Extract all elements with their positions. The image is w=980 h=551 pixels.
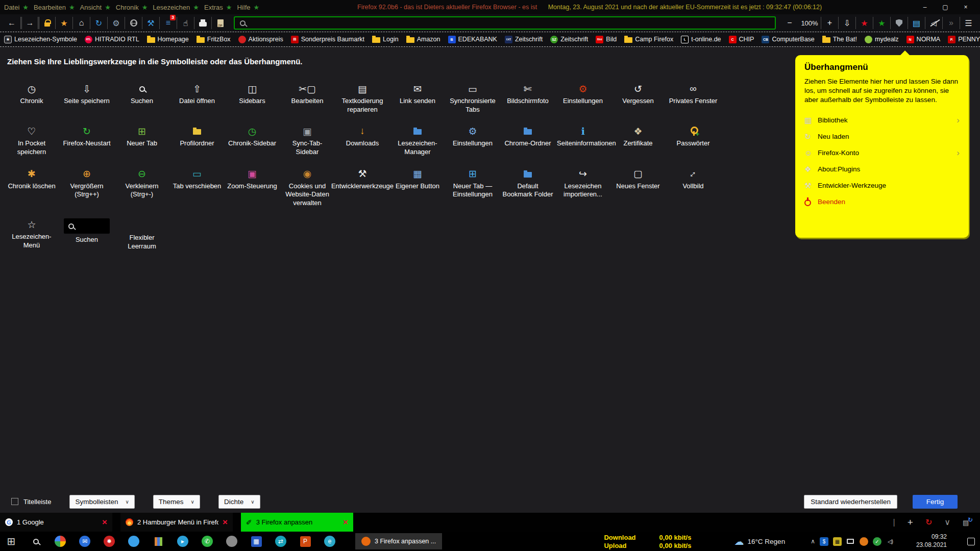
tab-close-icon[interactable]: × [223,517,228,528]
customize-item[interactable]: ✄Bildschirmfoto [500,82,555,114]
search-input[interactable] [234,16,776,30]
customize-item[interactable]: +Passwörter [666,124,721,156]
app-books-icon[interactable] [152,535,164,547]
customize-item[interactable]: ◷Chronik [4,82,59,114]
zip-doc-icon[interactable]: ZIP [211,17,229,29]
taskbar-search-icon[interactable] [30,535,42,547]
tray-monitor-icon[interactable] [846,537,855,546]
bookmark-item[interactable]: NNORMA [906,36,941,43]
customize-item[interactable]: ▭Synchronisierte Tabs [445,82,500,114]
hamburger-menu-icon[interactable]: ☰ [960,17,977,29]
customize-item[interactable]: ⊕Vergrößern (Strg++) [59,167,114,208]
bookmark-item[interactable]: Login [372,36,399,43]
customize-item[interactable]: ♡In Pocket speichern [4,124,59,156]
customize-item[interactable]: ↻Firefox-Neustart [59,124,114,156]
new-tab-button[interactable]: + [908,517,913,528]
customize-item[interactable]: ⚒Entwicklerwerkzeuge [335,167,390,208]
customize-item[interactable]: ✂▢Bearbeiten [280,82,335,114]
green-star-icon[interactable]: ★ [873,17,890,29]
app-blue-square-icon[interactable]: ▦ [250,535,262,547]
mute-icon[interactable]: ◁ [925,17,942,29]
tab-close-icon[interactable]: × [343,517,348,528]
customize-item[interactable]: ↓Downloads [335,124,390,156]
customize-item[interactable]: ✉Link senden [390,82,445,114]
tray-volume-icon[interactable]: ◁) [886,537,895,546]
customize-item[interactable]: Flexibler Leerraum [114,217,169,251]
bookmark-item[interactable]: BildBild [596,36,617,43]
done-button[interactable]: Fertig [913,495,958,509]
close-button[interactable]: × [955,4,976,11]
customize-item[interactable]: Suchen [114,82,169,114]
menu-ansicht[interactable]: Ansicht [80,4,102,11]
customize-item[interactable]: ↪Lesezeichen importieren... [555,167,610,208]
bookmark-item[interactable]: SZZeitschrift [550,36,588,43]
menu-extras[interactable]: Extras [204,4,223,11]
titlebar-checkbox[interactable] [11,498,18,505]
app-telegram-icon[interactable]: ▸ [177,535,189,547]
globe-icon[interactable] [125,17,142,29]
tab[interactable]: 2 Hamburger Menü in Firefox V× [120,513,233,532]
customize-item[interactable]: ▦Eigener Button [390,167,445,208]
overflow-item[interactable]: ❖About:Plugins [804,161,960,178]
menu-datei[interactable]: Datei [4,4,19,11]
overflow-item[interactable]: ↻Neu laden [804,129,960,145]
tray-security-icon[interactable]: ✓ [873,537,881,546]
app-red-pinwheel-icon[interactable]: ✸ [103,535,115,547]
customize-item[interactable]: ↺Vergessen [610,82,666,114]
bookmark-item[interactable]: ★Lesezeichen-Symbole [4,36,77,43]
menu-bearbeiten[interactable]: Bearbeiten [34,4,66,11]
customize-item[interactable]: ⚙Einstellungen [555,82,610,114]
customize-item[interactable]: Suchen [59,217,114,251]
bookmark-item[interactable]: LVZZeitschrift [505,36,543,43]
customize-item[interactable]: ❖Zertifikate [610,124,666,156]
customize-item[interactable]: ⇩Seite speichern [59,82,114,114]
app-blue-icon[interactable] [128,535,140,547]
bookmark-item[interactable]: The Bat! [822,36,857,43]
customize-item[interactable]: ▤Textkodierung reparieren [335,82,390,114]
shield-icon[interactable] [890,17,908,29]
app-grey-icon[interactable] [226,535,238,547]
lock-key-icon[interactable] [38,17,55,29]
app-browser-pinwheel-icon[interactable] [54,535,66,547]
session-restore-icon[interactable]: ▤↻ [963,518,972,527]
reload-tab-icon[interactable]: ↻ [925,517,932,527]
app-teal-icon[interactable]: ⇄ [275,535,287,547]
gears-icon[interactable]: ⚙ [107,17,125,29]
customize-item[interactable]: ▣Zoom-Steuerung [225,167,280,208]
tab[interactable]: ✐3 Firefox anpassen× [241,513,353,532]
menu-hilfe[interactable]: Hilfe [237,4,250,11]
customize-item[interactable]: ⚙Einstellungen [445,124,500,156]
bookmark-item[interactable]: CBComputerBase [762,36,814,43]
customize-item[interactable]: ⊞Neuer Tab [114,124,169,156]
dropdown-themes[interactable]: Themes∨ [153,495,200,509]
customize-item[interactable]: ℹSeiteninformationen [555,124,610,156]
customize-item[interactable]: ⊖Verkleinern (Strg+-) [114,167,169,208]
customize-item[interactable]: ☆Lesezeichen-Menü [4,217,59,251]
customize-item[interactable]: ▣Sync-Tab-Sidebar [280,124,335,156]
customize-item[interactable]: Default Bookmark Folder [500,167,555,208]
home-icon[interactable]: ⌂ [72,17,90,29]
app-edge-icon[interactable]: e [324,535,336,547]
bookmark-item[interactable]: ▤Sonderpreis Baumarkt [291,36,364,43]
menu-lesezeichen[interactable]: Lesezeichen [153,4,190,11]
customize-item[interactable]: ↕Vollbild [666,167,721,208]
bookmark-item[interactable]: RTLHITRADIO RTL [85,36,139,43]
overflow-item[interactable]: ☺Firefox-Konto› [804,145,960,161]
zoom-level-indicator[interactable]: 100% [798,19,821,27]
blue-doc-icon[interactable]: ▤ [908,17,925,29]
overflow-item[interactable]: ⚒Entwickler-Werkzeuge [804,178,960,194]
list-badge-icon[interactable]: ≡3 [159,17,177,29]
back-button[interactable]: ← [3,17,20,29]
tab-close-icon[interactable]: × [102,517,107,528]
bookmark-item[interactable]: Homepage [147,36,189,43]
app-office-icon[interactable]: P [299,535,311,547]
customize-item[interactable]: Profilordner [169,124,225,156]
overflow-item[interactable]: ▥Bibliothek› [804,112,960,129]
zoom-in-button[interactable]: + [821,17,838,29]
tray-currency-icon[interactable]: $ [820,537,828,546]
list-tabs-chevron-icon[interactable]: ∨ [944,517,950,527]
customize-item[interactable]: Chrome-Ordner [500,124,555,156]
minimize-button[interactable]: – [915,4,935,11]
start-button[interactable]: ⊞ [5,535,17,547]
customize-item[interactable]: ◉Cookies und Website-Daten verwalten [280,167,335,208]
